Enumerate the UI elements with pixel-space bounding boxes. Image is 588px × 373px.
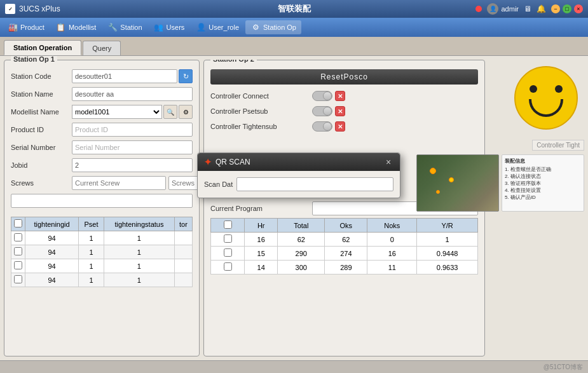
modellist-config-button[interactable]: ⚙ [179,105,193,119]
table-row: 94 1 1 [11,231,193,245]
user-role-icon: 👤 [196,22,206,32]
modellist-search-button[interactable]: 🔍 [163,105,177,119]
menu-label-product: Product [20,24,44,31]
reset-posco-button[interactable]: ResetPosco [210,69,478,85]
current-program-label: Current Program [210,205,312,212]
screws-row: Screws [11,176,193,190]
qr-title-text: ✦ QR SCAN [204,157,250,167]
qr-scan-row: Scan Dat [204,177,393,191]
maximize-button[interactable]: □ [563,4,571,13]
menu-item-station-op[interactable]: ⚙ Station Op [245,20,301,34]
empty-input [11,194,193,208]
titlebar: ✓ 3UCS xPlus 智联装配 👤 admir 🖥 🔔 − □ × [0,0,588,18]
qr-icon: ✦ [204,157,212,167]
col-check [11,217,25,231]
ctrl-connect-switch[interactable] [312,91,332,101]
jobid-input[interactable] [72,158,193,172]
pcb-dot-1 [430,168,436,174]
cell-tighteningid: 94 [25,259,79,273]
username: admir [501,5,519,13]
smiley-face [514,66,578,130]
cell-tighteningid: 94 [25,273,79,287]
cell-torque [174,273,192,287]
statusbar: @51CTO博客 [0,360,588,373]
jobid-label: Jobid [11,161,68,169]
cell-torque [174,245,192,259]
cell-oks: 289 [325,261,367,275]
cell-tighteningid: 94 [25,245,79,259]
product-id-input[interactable] [72,123,193,137]
current-screw-input[interactable] [72,176,166,190]
product-id-label: Product ID [11,126,68,133]
modellist-select[interactable]: model1001 [72,105,162,119]
rcol-noks: Noks [367,219,417,233]
cell-pset: 1 [79,273,104,287]
ctrl-connect-row: Controller Connect ✕ [210,91,478,101]
ctrl-connect-label: Controller Connect [210,92,312,100]
table-row: 94 1 1 [11,245,193,259]
select-all-checkbox[interactable] [14,219,22,227]
cell-torque [174,231,192,245]
icon-bell[interactable]: 🔔 [537,4,546,13]
row-checkbox[interactable] [224,234,232,243]
row-checkbox[interactable] [14,247,22,255]
station-name-input[interactable] [72,87,193,101]
table-row: 94 1 1 [11,259,193,273]
tab-station-operation[interactable]: Station Operation [4,40,81,55]
ctrl-connect-x-button[interactable]: ✕ [335,91,345,101]
ctrl-tightensub-x-button[interactable]: ✕ [335,121,345,132]
left-data-table: tighteningid Pset tighteningstatus tor 9… [11,217,193,287]
menu-item-station[interactable]: 🔧 Station [102,20,147,34]
product-id-row: Product ID [11,123,193,137]
info-line: 2. 确认连接状态 [505,173,581,180]
modellist-name-label: Modellist Name [11,108,68,116]
right-table-header: Hr Total Oks Noks Y/R [211,219,478,233]
icon-monitor[interactable]: 🖥 [524,4,531,13]
menu-item-modellist[interactable]: 📋 Modellist [51,20,101,34]
cell-pset: 1 [79,259,104,273]
menu-item-user-role[interactable]: 👤 User_role [191,20,244,34]
ctrl-tightensub-switch[interactable] [312,121,332,132]
menu-label-station-op: Station Op [263,24,296,31]
station-name-label: Station Name [11,90,68,98]
ctrl-psetsub-switch[interactable] [312,106,332,116]
ctrl-psetsub-x-button[interactable]: ✕ [335,106,345,116]
menu-item-users[interactable]: 👥 Users [149,20,190,34]
table-row: 94 1 1 [11,273,193,287]
row-checkbox[interactable] [14,261,22,269]
row-checkbox[interactable] [224,262,232,271]
station-code-refresh-button[interactable]: ↻ [179,69,193,83]
qr-title-label: QR SCAN [215,158,250,166]
qr-scan-dialog[interactable]: ✦ QR SCAN × Scan Dat [197,153,400,198]
pcb-dot-2 [449,177,454,182]
minimize-button[interactable]: − [551,4,560,13]
row-checkbox[interactable] [14,275,22,283]
win-controls: − □ × [551,4,583,13]
cell-hr: 16 [245,233,278,247]
qr-scan-input[interactable] [236,177,393,191]
right-main: Station Op 2 ResetPosco Controller Conne… [203,60,584,356]
app-logo: ✓ [5,4,15,14]
station-code-input[interactable] [72,69,177,83]
info-line: 4. 检查扭矩设置 [505,187,581,194]
row-checkbox[interactable] [224,248,232,257]
row-checkbox[interactable] [14,233,22,241]
ctrl-psetsub-row: Controller Psetsub ✕ [210,106,478,116]
serial-number-input[interactable] [72,140,193,154]
cell-yr: 0.9448 [417,247,478,261]
rcol-total: Total [278,219,325,233]
smiley-eye-left [530,85,537,93]
cell-status: 1 [104,273,175,287]
right-select-all-checkbox[interactable] [224,220,232,229]
rcol-hr: Hr [245,219,278,233]
serial-number-label: Serial Number [11,144,68,151]
serial-number-row: Serial Number [11,140,193,154]
titlebar-left: ✓ 3UCS xPlus [5,4,60,14]
col-pset: Pset [79,217,104,231]
tab-query[interactable]: Query [83,41,121,55]
far-right-area: Controller Tight 装配信息 1. 检查螺丝是否正确 2. 确认连… [489,60,584,356]
close-button[interactable]: × [574,4,583,13]
ctrl-tightensub-toggle: ✕ [312,121,345,132]
menu-item-product[interactable]: 🏭 Product [3,20,50,34]
qr-close-button[interactable]: × [383,157,393,167]
